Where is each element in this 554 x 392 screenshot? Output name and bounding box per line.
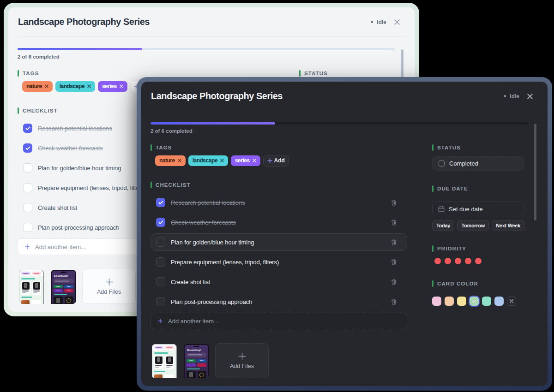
- checklist-checkbox[interactable]: [23, 143, 32, 153]
- clear-color-button[interactable]: [507, 297, 516, 306]
- thumbnail-app-title: SoundLay!: [187, 349, 208, 351]
- color-swatch[interactable]: [482, 297, 491, 306]
- checklist-item[interactable]: Prepare equipment (lenses, tripod, filte…: [151, 253, 407, 271]
- trash-icon: [391, 220, 397, 226]
- checklist-checkbox[interactable]: [156, 297, 165, 306]
- priority-dot[interactable]: [445, 258, 451, 264]
- progress-fill: [151, 122, 275, 125]
- checklist: Research potential locations Check weath…: [151, 194, 407, 310]
- delete-item-button[interactable]: [391, 220, 397, 226]
- dialog-body: TAGS nature landscape: [151, 144, 548, 378]
- trash-icon: [391, 239, 397, 245]
- completed-checkbox[interactable]: [439, 160, 445, 166]
- checklist-checkbox[interactable]: [23, 124, 32, 133]
- color-swatch[interactable]: [494, 297, 504, 306]
- tag-label: landscape: [193, 157, 217, 164]
- checklist-item[interactable]: Check weather forecasts: [151, 214, 407, 231]
- remove-tag-button[interactable]: [253, 159, 256, 162]
- scrollbar-thumb[interactable]: [534, 124, 536, 220]
- close-icon: [527, 93, 533, 100]
- color-swatch[interactable]: [432, 297, 441, 306]
- remove-tag-x-icon: [87, 84, 91, 88]
- add-files-button[interactable]: Add Files: [215, 343, 269, 378]
- header-right: Idle: [504, 93, 538, 100]
- plus-icon: [157, 318, 163, 324]
- delete-item-button[interactable]: [391, 239, 397, 245]
- priority-dot[interactable]: [434, 258, 441, 264]
- checklist-item[interactable]: Research potential locations: [151, 194, 407, 211]
- checklist-checkbox[interactable]: [23, 223, 32, 232]
- checklist-checkbox[interactable]: [156, 198, 165, 207]
- checklist-item[interactable]: Create shot list: [151, 273, 407, 291]
- plus-icon: [267, 158, 272, 163]
- attachment-thumbnail[interactable]: SoundLay!: [151, 343, 209, 378]
- color-swatch[interactable]: [445, 297, 454, 306]
- checklist-checkbox[interactable]: [156, 218, 165, 227]
- tag-chip[interactable]: landscape: [188, 155, 228, 166]
- sync-status: Idle: [504, 93, 519, 100]
- remove-tag-button[interactable]: [87, 84, 91, 88]
- tag-list: nature landscape series: [155, 155, 407, 166]
- section-accent-bar: [18, 70, 19, 77]
- plus-icon: [24, 244, 30, 249]
- remove-tag-x-icon: [220, 159, 224, 162]
- add-checklist-item-input[interactable]: Add another item...: [151, 313, 407, 329]
- attachment-thumbnail[interactable]: SoundLay!: [18, 269, 76, 304]
- tags-label-text: TAGS: [156, 145, 172, 150]
- checklist-item-text: Create shot list: [38, 204, 77, 211]
- completed-toggle[interactable]: Completed: [432, 156, 524, 171]
- checklist-item[interactable]: Plan post-processing approach: [151, 293, 407, 310]
- checklist-checkbox[interactable]: [156, 257, 165, 267]
- progress-section: 2 of 6 completed: [18, 48, 395, 60]
- color-swatch[interactable]: [457, 297, 466, 306]
- priority-dot[interactable]: [465, 258, 471, 264]
- tag-chip[interactable]: nature: [155, 155, 186, 166]
- delete-item-button[interactable]: [391, 200, 397, 206]
- quick-date-button[interactable]: Next Week: [492, 220, 524, 231]
- checklist-checkbox[interactable]: [23, 203, 32, 212]
- checklist-item-text: Plan for golden/blue hour timing: [171, 239, 254, 246]
- checklist-checkbox[interactable]: [156, 238, 165, 247]
- remove-tag-button[interactable]: [178, 159, 181, 162]
- set-due-date-button[interactable]: Set due date: [432, 202, 524, 216]
- sidebar-column: STATUS Completed DUE DATE Set due date: [432, 144, 524, 378]
- add-tag-button[interactable]: Add: [263, 155, 289, 166]
- color-swatch[interactable]: [470, 297, 479, 306]
- remove-tag-x-icon: [45, 84, 48, 88]
- close-button[interactable]: [393, 18, 401, 26]
- progress-track: [18, 48, 395, 50]
- section-accent-bar: [18, 107, 19, 114]
- delete-item-button[interactable]: [391, 259, 397, 265]
- quick-date-button[interactable]: Today: [432, 220, 454, 231]
- tag-chip[interactable]: series: [231, 155, 260, 166]
- priority-dots: [434, 258, 524, 264]
- delete-item-button[interactable]: [391, 279, 397, 285]
- tag-chip[interactable]: series: [98, 81, 127, 92]
- checkmark-icon: [158, 220, 163, 225]
- checklist-item[interactable]: Plan for golden/blue hour timing: [151, 233, 407, 251]
- tag-chip[interactable]: nature: [22, 81, 53, 92]
- tag-chip[interactable]: landscape: [55, 81, 95, 92]
- remove-tag-button[interactable]: [120, 84, 123, 88]
- quick-date-button[interactable]: Tomorrow: [457, 220, 489, 231]
- close-button[interactable]: [526, 93, 534, 100]
- progress-track: [151, 122, 528, 125]
- checklist-checkbox[interactable]: [156, 277, 165, 286]
- checklist-item-text: Plan post-processing approach: [171, 298, 252, 305]
- add-files-button[interactable]: Add Files: [82, 269, 136, 304]
- priority-dot[interactable]: [455, 258, 461, 264]
- tag-label: series: [235, 157, 250, 164]
- priority-dot[interactable]: [475, 258, 482, 264]
- status-label-text: STATUS: [437, 145, 461, 150]
- remove-tag-button[interactable]: [220, 159, 224, 162]
- checklist-checkbox[interactable]: [23, 183, 32, 192]
- checklist-item-text: Create shot list: [171, 279, 210, 285]
- checklist-checkbox[interactable]: [23, 163, 32, 172]
- dialog-header: Landscape Photography Series Idle: [18, 7, 405, 37]
- tag-label: landscape: [60, 83, 84, 89]
- remove-tag-button[interactable]: [45, 84, 48, 88]
- sync-status-label: Idle: [510, 93, 519, 100]
- add-item-placeholder: Add another item...: [35, 244, 86, 250]
- tag-label: nature: [159, 157, 175, 164]
- delete-item-button[interactable]: [391, 299, 397, 305]
